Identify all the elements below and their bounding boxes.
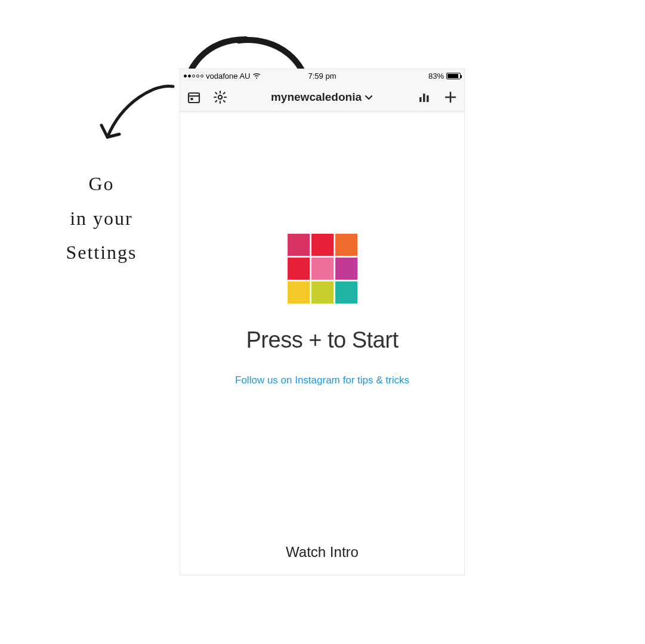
carrier-label: vodafone AU xyxy=(206,72,250,80)
stats-icon[interactable] xyxy=(416,89,432,105)
logo-tile xyxy=(335,258,357,280)
follow-link[interactable]: Follow us on Instagram for tips & tricks xyxy=(235,374,409,386)
calendar-icon[interactable] xyxy=(186,89,202,105)
chevron-down-icon xyxy=(364,92,374,102)
logo-tile xyxy=(311,234,334,256)
phone-screenshot: vodafone AU 7:59 pm 83% mynewcaledonia xyxy=(180,69,464,575)
svg-rect-0 xyxy=(189,93,199,103)
status-right: 83% xyxy=(428,72,461,80)
app-logo-grid xyxy=(288,234,357,304)
status-time: 7:59 pm xyxy=(308,72,337,80)
app-nav-bar: mynewcaledonia xyxy=(180,82,464,112)
wifi-icon xyxy=(252,73,261,79)
account-name: mynewcaledonia xyxy=(271,91,362,104)
svg-rect-4 xyxy=(419,97,422,102)
gear-icon[interactable] xyxy=(212,89,228,105)
logo-tile xyxy=(311,281,334,304)
logo-tile xyxy=(311,258,334,280)
svg-rect-5 xyxy=(423,94,425,102)
logo-tile xyxy=(288,258,310,280)
signal-dots xyxy=(184,75,203,78)
annotation-arrow xyxy=(90,78,185,173)
plus-icon[interactable] xyxy=(443,89,458,105)
status-left: vodafone AU xyxy=(184,72,261,80)
svg-point-3 xyxy=(218,95,222,98)
svg-rect-6 xyxy=(427,95,429,102)
logo-tile xyxy=(335,234,357,256)
svg-rect-2 xyxy=(191,98,193,100)
battery-percent: 83% xyxy=(428,72,444,80)
watch-intro-button[interactable]: Watch Intro xyxy=(180,544,464,561)
annotation-line-3: Settings xyxy=(36,236,167,270)
account-switcher[interactable]: mynewcaledonia xyxy=(239,91,406,104)
main-content: Press + to Start Follow us on Instagram … xyxy=(180,112,464,575)
annotation-text: Go in your Settings xyxy=(36,167,167,270)
logo-tile xyxy=(288,234,310,256)
headline: Press + to Start xyxy=(246,327,399,353)
battery-icon xyxy=(446,73,461,79)
logo-tile xyxy=(335,281,357,304)
logo-tile xyxy=(288,281,310,304)
annotation-line-2: in your xyxy=(36,202,167,236)
status-bar: vodafone AU 7:59 pm 83% xyxy=(180,69,464,82)
